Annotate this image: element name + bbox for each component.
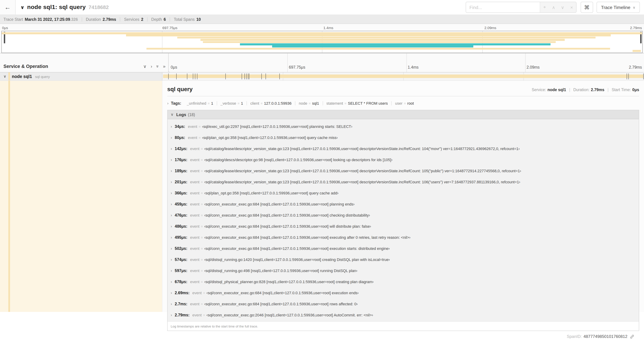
log-field-key: event: [188, 124, 197, 129]
log-marker-tick: [195, 74, 195, 79]
tag-value: root: [407, 101, 414, 105]
log-row[interactable]: ›495μs:event=‹sql/conn_executor_exec.go:…: [168, 232, 639, 243]
log-equals: =: [201, 169, 203, 173]
log-field-key: event: [190, 280, 200, 284]
minimap-span-bar: [240, 43, 551, 45]
log-row[interactable]: ›2.79ms:event=‹sql/conn_executor_exec.go…: [168, 309, 639, 320]
log-row[interactable]: ›2.7ms:event=‹sql/conn_executor_exec.go:…: [168, 298, 639, 309]
chevron-right-icon[interactable]: ›: [171, 213, 172, 217]
tag-value: 1: [241, 101, 243, 105]
collapse-trace-icon[interactable]: ∨: [20, 5, 24, 10]
log-field-value: ‹sql/plan_opt.go:358 [nsql1,client=127.0…: [202, 136, 338, 140]
chevron-right-icon[interactable]: ›: [171, 124, 172, 129]
link-icon[interactable]: [630, 334, 634, 339]
log-timestamp: 502μs:: [175, 246, 187, 250]
chevron-right-icon[interactable]: ›: [171, 147, 172, 151]
log-row[interactable]: ›201μs:event=‹sql/catalog/lease/descript…: [168, 176, 639, 187]
log-equals: =: [201, 191, 203, 195]
tag-key: node: [299, 101, 307, 105]
span-detail-card: sql query Service:node sql1 | Duration:2…: [162, 82, 644, 339]
log-field-key: event: [190, 180, 200, 184]
time-axis-label: 2.79ms: [629, 65, 642, 69]
find-clear-icon[interactable]: ×: [567, 5, 576, 10]
span-service-name: node sql1: [12, 74, 32, 79]
tags-expand-icon[interactable]: ›: [167, 101, 168, 105]
chevron-right-icon[interactable]: ›: [171, 235, 172, 239]
command-icon: ⌘: [584, 4, 590, 11]
log-field-value: ‹sql/distsql_running.go:498 [nsql1,clien…: [204, 269, 358, 273]
chevron-right-icon[interactable]: ›: [171, 302, 172, 306]
chevron-right-icon[interactable]: ›: [171, 313, 172, 317]
time-axis-label: 2.79ms: [630, 26, 642, 30]
timeline-minimap: 0μs697.75μs1.4ms2.09ms2.79ms: [0, 24, 644, 53]
locate-icon[interactable]: ⌖: [540, 5, 549, 10]
tag-key: statement: [326, 101, 343, 105]
chevron-right-icon[interactable]: ›: [171, 224, 172, 228]
tag-key: user: [395, 101, 402, 105]
log-marker-tick: [193, 74, 193, 79]
span-collapse-icon[interactable]: ∨: [4, 74, 6, 79]
chevron-right-icon[interactable]: ›: [171, 191, 172, 195]
view-dropdown-button[interactable]: Trace Timeline ∨: [596, 2, 640, 13]
trace-title-group[interactable]: ∨ node sql1: sql query 7418682: [20, 4, 109, 11]
ruler-gridline: [406, 53, 407, 72]
span-track[interactable]: [162, 72, 644, 80]
log-timestamp: 597μs:: [175, 269, 187, 273]
keyboard-shortcuts-button[interactable]: ⌘: [581, 2, 593, 13]
meta-value: 2.79ms: [103, 17, 116, 21]
logs-section: ∨ Logs (18) ›34μs:event=‹sql/exec_util.g…: [167, 110, 639, 331]
chevron-right-icon[interactable]: ›: [171, 202, 172, 206]
log-row[interactable]: ›574μs:event=‹sql/distsql_running.go:142…: [168, 254, 639, 265]
log-row[interactable]: ›476μs:event=‹sql/conn_executor_exec.go:…: [168, 210, 639, 221]
log-row[interactable]: ›189μs:event=‹sql/catalog/lease/descript…: [168, 165, 639, 176]
find-next-icon[interactable]: ∨: [558, 5, 567, 10]
log-field-value: ‹sql/conn_executor_exec.go:684 [nsql1,cl…: [204, 302, 358, 306]
log-row[interactable]: ›80μs:event=‹sql/plan_opt.go:358 [nsql1,…: [168, 132, 639, 143]
tag-equals: =: [208, 102, 210, 105]
log-field-key: event: [190, 147, 200, 151]
chevron-right-icon[interactable]: ›: [171, 280, 172, 284]
collapse-all-icon[interactable]: »: [155, 65, 160, 68]
expand-all-icon[interactable]: »: [163, 64, 166, 69]
log-row[interactable]: ›502μs:event=‹sql/conn_executor_exec.go:…: [168, 243, 639, 254]
log-row[interactable]: ›142μs:event=‹sql/catalog/lease/descript…: [168, 143, 639, 154]
chevron-right-icon[interactable]: ›: [171, 136, 172, 140]
log-marker-tick: [643, 74, 644, 79]
tags-label[interactable]: Tags:: [171, 101, 181, 105]
log-timestamp: 486μs:: [175, 224, 187, 228]
minimap-canvas[interactable]: [2, 31, 642, 53]
chevron-right-icon[interactable]: ›: [171, 291, 172, 295]
chevron-right-icon[interactable]: ›: [171, 246, 172, 250]
log-timestamp: 142μs:: [175, 147, 187, 151]
back-button[interactable]: ←: [0, 0, 16, 15]
logs-collapse-icon[interactable]: ∨: [171, 112, 174, 117]
log-row[interactable]: ›366μs:event=‹sql/plan_opt.go:358 [nsql1…: [168, 187, 639, 199]
log-row[interactable]: ›597μs:event=‹sql/distsql_running.go:498…: [168, 265, 639, 276]
chevron-right-icon[interactable]: ›: [171, 158, 172, 162]
log-row[interactable]: ›459μs:event=‹sql/conn_executor_exec.go:…: [168, 199, 639, 210]
chevron-right-icon[interactable]: ›: [171, 257, 172, 262]
span-row-name-cell[interactable]: ∨ node sql1 sql query: [0, 72, 162, 80]
logs-header[interactable]: ∨ Logs (18): [168, 110, 639, 119]
span-duration-bar[interactable]: [163, 75, 643, 78]
chevron-right-icon[interactable]: ›: [171, 180, 172, 184]
log-row[interactable]: ›34μs:event=‹sql/exec_util.go:2297 [nsql…: [168, 121, 639, 132]
log-equals: =: [201, 269, 203, 272]
expand-one-icon[interactable]: ›: [150, 64, 152, 69]
chevron-right-icon[interactable]: ›: [171, 269, 172, 273]
time-axis-label: 1.4ms: [324, 26, 333, 30]
chevron-right-icon[interactable]: ›: [171, 169, 172, 173]
log-marker-tick: [246, 74, 247, 79]
tag-value: 1: [211, 101, 213, 105]
log-row[interactable]: ›678μs:event=‹sql/distsql_physical_plann…: [168, 276, 639, 287]
collapse-one-icon[interactable]: ∨: [143, 64, 146, 69]
find-input[interactable]: [466, 2, 540, 13]
log-row[interactable]: ›486μs:event=‹sql/conn_executor_exec.go:…: [168, 221, 639, 232]
log-row[interactable]: ›2.69ms:event=‹sql/conn_executor_exec.go…: [168, 287, 639, 298]
log-row[interactable]: ›176μs:event=‹sql/catalog/descs/descript…: [168, 154, 639, 165]
find-prev-icon[interactable]: ∧: [549, 5, 558, 10]
log-marker-tick: [266, 74, 266, 79]
log-equals: =: [201, 258, 203, 261]
tag-value: sql1: [312, 101, 319, 105]
tag-equals: =: [260, 102, 262, 105]
